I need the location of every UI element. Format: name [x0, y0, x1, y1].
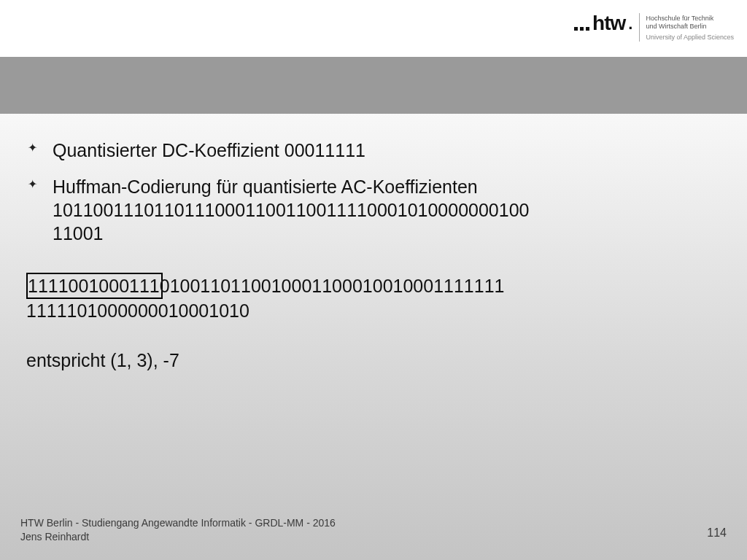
bitstream-rest1: 0100110110010001100010010001111111	[160, 276, 505, 296]
header-area: htw . Hochschule für Technik und Wirtsch…	[0, 0, 747, 117]
bullet-huffman-line3: 11001	[53, 223, 104, 244]
logo-sub-line1: Hochschule für Technik	[646, 15, 734, 23]
logo-dot-sep: .	[627, 16, 632, 34]
logo: htw . Hochschule für Technik und Wirtsch…	[574, 13, 734, 47]
footer: HTW Berlin - Studiengang Angewandte Info…	[20, 516, 727, 544]
logo-text: htw	[592, 13, 625, 34]
footer-left: HTW Berlin - Studiengang Angewandte Info…	[20, 516, 336, 544]
corresponds-text: entspricht (1, 3), -7	[26, 350, 721, 371]
bullet-item-dc: Quantisierter DC-Koeffizient 00011111	[53, 139, 721, 162]
bitstream-line2: 1111101000000010001010	[26, 300, 249, 321]
title-band	[0, 57, 747, 114]
bitstream-block: 1111001000111010011011001000110001001000…	[26, 273, 721, 322]
logo-dots-icon	[574, 27, 591, 34]
page-number: 114	[707, 526, 727, 544]
bullet-huffman-line1: Huffman-Codierung für quantisierte AC-Ko…	[53, 176, 478, 197]
slide: htw . Hochschule für Technik und Wirtsch…	[0, 0, 747, 560]
bullet-huffman-line2: 1011001110110111000110011001111000101000…	[53, 200, 529, 220]
footer-line2: Jens Reinhardt	[20, 530, 336, 544]
logo-subtitle: Hochschule für Technik und Wirtschaft Be…	[639, 13, 734, 42]
bullet-item-huffman: Huffman-Codierung für quantisierte AC-Ko…	[53, 175, 721, 245]
bullet-dc-text: Quantisierter DC-Koeffizient 00011111	[53, 140, 365, 160]
logo-mark: htw .	[574, 13, 632, 34]
footer-line1: HTW Berlin - Studiengang Angewandte Info…	[20, 516, 336, 530]
logo-sub-line2: und Wirtschaft Berlin	[646, 23, 734, 31]
bitstream-boxed: 1111001000111	[26, 273, 163, 299]
content-area: Quantisierter DC-Koeffizient 00011111 Hu…	[26, 139, 721, 371]
bullet-list: Quantisierter DC-Koeffizient 00011111 Hu…	[26, 139, 721, 245]
logo-sub-line3: University of Applied Sciences	[646, 34, 734, 42]
